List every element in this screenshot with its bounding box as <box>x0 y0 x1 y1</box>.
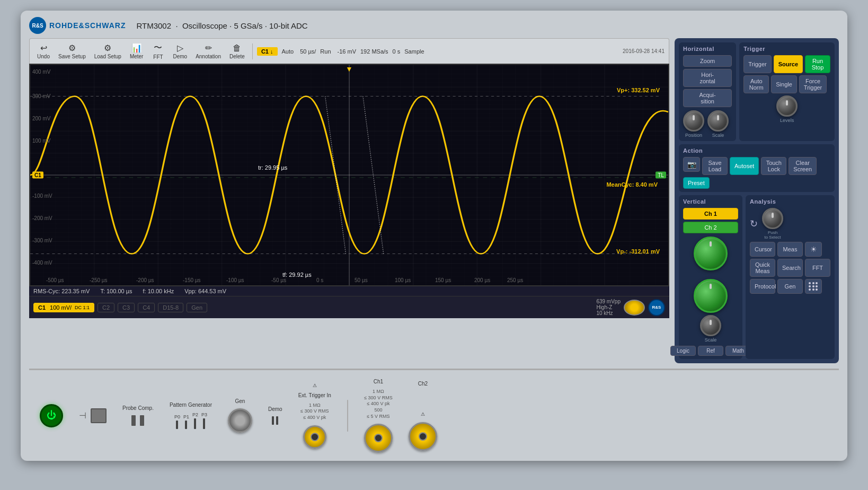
ext-trigger-connector[interactable] <box>303 425 326 449</box>
usb-area: ⊣ <box>79 408 107 423</box>
y-label-neg200mv: -200 mV <box>32 215 52 221</box>
auto-norm-button[interactable]: AutoNorm <box>743 75 769 93</box>
p3-group: P3 <box>201 412 207 429</box>
demo-post-1[interactable] <box>272 416 274 425</box>
fft-icon: 〜 <box>154 42 162 54</box>
protocol-button[interactable]: Protocol <box>750 279 775 294</box>
camera-button[interactable]: 📷 <box>683 157 700 172</box>
search-button[interactable]: Search <box>777 259 803 277</box>
ch2-coax-connector[interactable] <box>409 422 437 451</box>
annotation-button[interactable]: ✏ Annotation <box>192 41 224 61</box>
sample-rate-indicator: 192 MSa/s <box>360 48 388 55</box>
run-stop-button[interactable]: RunStop <box>805 55 830 73</box>
vp-minus-label: Vp-: -312.01 mV <box>616 248 660 255</box>
offset-indicator: -16 mV <box>338 48 356 55</box>
fft-button[interactable]: FFT <box>805 259 830 277</box>
touch-lock-button[interactable]: TouchLock <box>761 157 786 175</box>
vpp-status: Vpp: 644.53 mV <box>184 288 226 294</box>
timebase-indicator: 50 µs/ <box>300 48 316 55</box>
y-label-100mv: 100 mV <box>32 138 50 144</box>
power-button[interactable]: ⏻ <box>40 404 63 427</box>
single-button[interactable]: Single <box>771 75 797 93</box>
levels-knob[interactable] <box>776 95 798 117</box>
probe-post-2[interactable] <box>140 415 144 426</box>
x-label-neg100: -100 µs <box>226 277 244 283</box>
preset-button[interactable]: Preset <box>683 177 710 189</box>
p1-post[interactable] <box>185 421 187 429</box>
gen-selector[interactable]: Gen <box>187 303 207 312</box>
p1-group: P1 <box>183 414 189 429</box>
oscilloscope-body: R&S ROHDE&SCHWARZ RTM3002 · Oscilloscope… <box>21 11 847 461</box>
undo-icon: ↩ <box>40 43 47 53</box>
dots-button[interactable] <box>805 279 822 294</box>
save-setup-icon: ⚙ <box>68 43 76 53</box>
horizontal-trigger-row: Horizontal Zoom Hori-zontal Acqui-sition… <box>679 42 835 141</box>
load-setup-button[interactable]: ⚙ Load Setup <box>91 41 125 61</box>
trigger-button[interactable]: Trigger <box>743 55 771 73</box>
vp-plus-label: Vp+: 332.52 mV <box>617 87 660 93</box>
brightness-button[interactable]: ☀ <box>805 242 822 257</box>
vertical-analysis-row: Vertical Ch 1 Ch 2 Scale <box>679 195 835 359</box>
ch1-coax-connector[interactable] <box>364 424 393 452</box>
gen-connector <box>624 300 645 316</box>
period-status: T: 100.00 µs <box>100 288 132 294</box>
demo-post-2[interactable] <box>276 416 278 425</box>
brightness-icon: ☀ <box>810 245 817 253</box>
oscilloscope-screen: 400 mV 300 mV 200 mV 100 mV 0 V -100 mV … <box>29 64 669 286</box>
tl-trigger-badge: TL <box>656 172 666 179</box>
save-load-button[interactable]: SaveLoad <box>702 157 728 175</box>
vertical-scale-knob[interactable] <box>700 315 721 336</box>
source-button[interactable]: Source <box>774 55 803 73</box>
acquisition-button[interactable]: Acqui-sition <box>683 89 732 107</box>
cursor-button[interactable]: Cursor <box>750 242 775 257</box>
probe-post-1[interactable] <box>131 415 136 426</box>
ch1-button[interactable]: Ch 1 <box>683 208 738 220</box>
p3-post[interactable] <box>203 418 205 429</box>
autoset-button[interactable]: Autoset <box>730 157 759 175</box>
ch2-selector[interactable]: C2 <box>98 303 114 312</box>
p0-group: P0 <box>174 414 180 429</box>
scale-knob-horizontal[interactable] <box>707 110 729 132</box>
clear-screen-button[interactable]: ClearScreen <box>789 157 817 175</box>
meter-button[interactable]: 📊 Meter <box>127 41 147 61</box>
save-setup-button[interactable]: ⚙ Save Setup <box>55 41 89 61</box>
demo-button[interactable]: ▷ Demo <box>170 41 190 61</box>
gen-coax-connector[interactable] <box>228 408 252 433</box>
ch2-vertical-knob[interactable] <box>694 279 728 313</box>
ref-button[interactable]: Ref <box>698 346 723 356</box>
logic-button[interactable]: Logic <box>670 346 696 356</box>
fft-toolbar-button[interactable]: 〜 FFT <box>148 41 167 62</box>
ch4-selector[interactable]: C4 <box>138 303 155 312</box>
ch2-spec <box>422 391 424 409</box>
meter-icon: 📊 <box>131 43 142 53</box>
meas-button[interactable]: Meas <box>777 242 803 257</box>
run-state-indicator: Run <box>320 48 331 55</box>
quick-meas-button[interactable]: QuickMeas <box>750 259 775 277</box>
y-label-400mv: 400 mV <box>32 69 50 75</box>
refresh-icon[interactable]: ↻ <box>750 218 758 230</box>
delete-button[interactable]: 🗑 Delete <box>226 42 248 61</box>
x-label-neg500: -500 µs <box>46 277 64 283</box>
zoom-button[interactable]: Zoom <box>683 55 732 67</box>
position-knob[interactable] <box>683 110 704 132</box>
usb-port[interactable] <box>91 408 107 423</box>
ch1-vertical-knob[interactable] <box>694 237 728 270</box>
rms-status: RMS-Cyc: 223.35 mV <box>33 288 90 294</box>
undo-button[interactable]: ↩ Undo <box>34 41 53 61</box>
ch3-selector[interactable]: C3 <box>118 303 135 312</box>
x-label-neg50: -50 µs <box>271 277 286 283</box>
d15-8-selector[interactable]: D15-8 <box>158 303 183 312</box>
p2-post[interactable] <box>194 418 196 429</box>
analysis-knob[interactable] <box>762 208 783 229</box>
p0-post[interactable] <box>176 421 178 429</box>
datetime-display: 2016-09-28 14:41 <box>623 48 665 54</box>
x-label-0: 0 s <box>316 277 323 283</box>
ch1-selector[interactable]: C1 100 mV/ DC 1:1 <box>33 303 94 312</box>
osc-header: R&S ROHDE&SCHWARZ RTM3002 · Oscilloscope… <box>29 17 839 34</box>
force-trigger-button[interactable]: ForceTrigger <box>799 75 827 93</box>
ch1-spec: 1 MΩ≤ 300 V RMS≤ 400 V pk500≤ 5 V RMS <box>364 389 392 419</box>
gen-analysis-button[interactable]: Gen <box>777 279 803 294</box>
ch2-button[interactable]: Ch 2 <box>683 222 738 233</box>
trigger-mode-indicator: Auto <box>282 48 294 55</box>
horizontal-button[interactable]: Hori-zontal <box>683 69 732 87</box>
